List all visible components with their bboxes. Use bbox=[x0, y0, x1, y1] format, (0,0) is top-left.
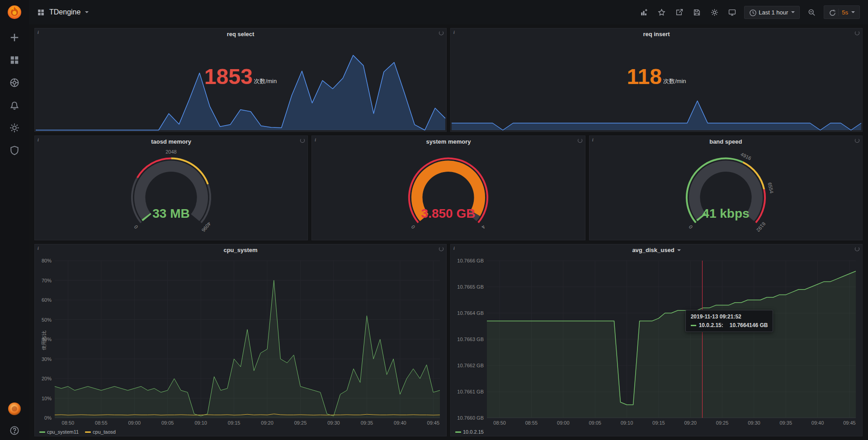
legend-item[interactable]: cpu_taosd bbox=[85, 429, 116, 435]
panel-taosd-memory: i taosd memory 02048409633 MB bbox=[34, 136, 308, 240]
panel-info-icon[interactable]: i bbox=[453, 246, 455, 251]
system-memory-gauge[interactable]: 043.850 GB bbox=[312, 148, 585, 240]
divider bbox=[838, 9, 839, 16]
cpu-system-chart[interactable]: 0%10%20%30%40%50%60%70%80%08:5008:5509:0… bbox=[35, 256, 446, 427]
svg-text:09:25: 09:25 bbox=[294, 420, 307, 426]
grafana-app: TDengine bbox=[0, 0, 868, 440]
save-dashboard-button[interactable] bbox=[691, 7, 703, 18]
req-insert-chart[interactable] bbox=[451, 40, 862, 131]
monitor-icon bbox=[728, 9, 736, 16]
panel-title[interactable]: taosd memory bbox=[35, 136, 307, 148]
svg-text:09:05: 09:05 bbox=[589, 420, 601, 426]
server-admin-shield-icon[interactable] bbox=[9, 145, 19, 155]
svg-text:20%: 20% bbox=[42, 376, 52, 381]
svg-text:0%: 0% bbox=[44, 415, 52, 421]
share-dashboard-button[interactable] bbox=[674, 7, 685, 18]
panel-avg-disk-used: i avg_disk_used 10.7660 GB10.7661 GB10.7… bbox=[450, 244, 863, 436]
legend-series-color bbox=[455, 431, 461, 433]
panel-title[interactable]: system memory bbox=[312, 136, 585, 148]
svg-text:10%: 10% bbox=[42, 396, 52, 401]
panel-menu-caret-icon[interactable] bbox=[677, 249, 681, 251]
dashboard-grid-icon[interactable] bbox=[37, 9, 45, 16]
sidebar-nav bbox=[9, 33, 19, 155]
svg-text:0: 0 bbox=[410, 224, 416, 229]
configuration-gear-icon[interactable] bbox=[9, 123, 19, 133]
zoom-out-time-button[interactable] bbox=[806, 7, 817, 18]
user-avatar[interactable] bbox=[8, 402, 21, 416]
y-axis-label: 使用占比 bbox=[41, 331, 47, 351]
panel-loading-icon[interactable] bbox=[855, 31, 859, 35]
panel-loading-icon[interactable] bbox=[439, 31, 443, 35]
panel-title[interactable]: req insert bbox=[451, 28, 862, 40]
svg-text:3.850 GB: 3.850 GB bbox=[421, 206, 476, 220]
panel-loading-icon[interactable] bbox=[855, 138, 859, 143]
svg-text:10.7663 GB: 10.7663 GB bbox=[457, 337, 484, 342]
refresh-icon bbox=[829, 9, 835, 15]
svg-text:09:45: 09:45 bbox=[843, 420, 856, 426]
panel-loading-icon[interactable] bbox=[439, 247, 443, 251]
search-minus-icon bbox=[808, 9, 816, 16]
panel-title[interactable]: cpu_system bbox=[35, 244, 446, 256]
svg-text:4916: 4916 bbox=[740, 151, 752, 161]
alerting-bell-icon[interactable] bbox=[9, 100, 19, 110]
svg-text:09:40: 09:40 bbox=[811, 420, 824, 426]
time-range-label: Last 1 hour bbox=[759, 9, 788, 16]
taosd-memory-gauge[interactable]: 02048409633 MB bbox=[35, 148, 307, 240]
svg-text:10.7666 GB: 10.7666 GB bbox=[457, 258, 484, 263]
legend-item[interactable]: 10.0.2.15 bbox=[455, 429, 484, 435]
svg-text:09:45: 09:45 bbox=[427, 420, 440, 426]
svg-text:10.7664 GB: 10.7664 GB bbox=[457, 310, 484, 316]
legend: 10.0.2.15 bbox=[455, 429, 484, 435]
time-range-picker[interactable]: Last 1 hour bbox=[744, 6, 800, 19]
dashboards-icon[interactable] bbox=[9, 55, 19, 65]
panel-title[interactable]: band speed bbox=[590, 136, 862, 148]
panel-info-icon[interactable]: i bbox=[38, 246, 39, 251]
svg-text:09:40: 09:40 bbox=[394, 420, 406, 426]
topnav: TDengine bbox=[29, 0, 868, 24]
panel-band-speed: i band speed 049166554819241 kbps bbox=[589, 136, 863, 240]
svg-text:08:55: 08:55 bbox=[95, 420, 108, 426]
svg-text:08:50: 08:50 bbox=[62, 420, 75, 426]
svg-text:8192: 8192 bbox=[755, 221, 767, 233]
svg-text:33 MB: 33 MB bbox=[152, 206, 189, 220]
panel-cpu-system: i cpu_system 使用占比 0%10%20%30%40%50%60%70… bbox=[34, 244, 447, 436]
add-panel-button[interactable] bbox=[638, 7, 650, 18]
svg-text:09:00: 09:00 bbox=[557, 420, 570, 426]
panel-info-icon[interactable]: i bbox=[38, 137, 39, 142]
tooltip-time: 2019-11-13 09:21:52 bbox=[691, 314, 768, 320]
panel-info-icon[interactable]: i bbox=[38, 30, 39, 35]
legend-item[interactable]: cpu_system11 bbox=[39, 429, 79, 435]
explore-icon[interactable] bbox=[9, 78, 19, 88]
svg-text:4: 4 bbox=[481, 224, 486, 229]
panel-loading-icon[interactable] bbox=[855, 247, 859, 251]
grafana-logo[interactable] bbox=[7, 5, 22, 20]
panel-title[interactable]: req select bbox=[35, 28, 446, 40]
add-panel-icon bbox=[640, 9, 648, 16]
svg-text:09:15: 09:15 bbox=[228, 420, 241, 426]
refresh-picker[interactable]: 5s bbox=[824, 5, 860, 19]
svg-text:09:35: 09:35 bbox=[361, 420, 373, 426]
svg-text:0: 0 bbox=[133, 224, 139, 229]
dashboard-settings-button[interactable] bbox=[709, 7, 720, 18]
svg-text:30%: 30% bbox=[42, 356, 52, 362]
dashboard-title[interactable]: TDengine bbox=[49, 8, 80, 16]
panel-info-icon[interactable]: i bbox=[315, 137, 316, 142]
legend: cpu_system11 cpu_taosd bbox=[39, 429, 116, 435]
create-icon[interactable] bbox=[9, 33, 19, 42]
help-icon[interactable] bbox=[9, 426, 19, 435]
avg-disk-used-chart[interactable]: 10.7660 GB10.7661 GB10.7662 GB10.7663 GB… bbox=[451, 256, 862, 427]
panel-info-icon[interactable]: i bbox=[592, 137, 594, 142]
cycle-view-button[interactable] bbox=[726, 7, 738, 18]
star-dashboard-button[interactable] bbox=[656, 7, 667, 18]
svg-text:09:10: 09:10 bbox=[621, 420, 633, 426]
svg-text:6554: 6554 bbox=[767, 182, 774, 194]
panel-loading-icon[interactable] bbox=[578, 138, 582, 143]
band-speed-gauge[interactable]: 049166554819241 kbps bbox=[590, 148, 862, 240]
svg-text:50%: 50% bbox=[42, 317, 52, 323]
svg-text:60%: 60% bbox=[42, 297, 52, 303]
req-select-chart[interactable] bbox=[35, 40, 446, 131]
chevron-down-icon[interactable] bbox=[85, 11, 89, 13]
panel-title[interactable]: avg_disk_used bbox=[451, 244, 862, 256]
panel-info-icon[interactable]: i bbox=[453, 30, 455, 35]
svg-text:10.7662 GB: 10.7662 GB bbox=[457, 363, 484, 368]
